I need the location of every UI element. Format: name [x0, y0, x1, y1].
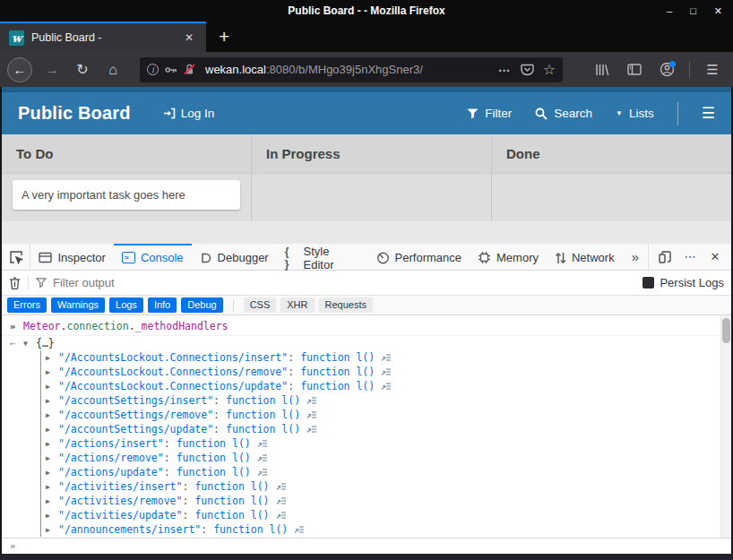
object-property-row[interactable]: ▶ "/actions/update" function l(): [41, 465, 720, 479]
scrollbar-thumb[interactable]: [722, 318, 730, 343]
jump-to-definition-icon[interactable]: [257, 453, 268, 462]
filter-warnings[interactable]: Warnings: [51, 297, 105, 313]
jump-to-definition-icon[interactable]: [276, 482, 287, 491]
list-header[interactable]: In Progress: [252, 134, 491, 174]
filter-css[interactable]: CSS: [244, 297, 277, 313]
jump-to-definition-icon[interactable]: [306, 396, 317, 405]
bookmark-star-icon[interactable]: ☆: [543, 61, 556, 78]
key-icon[interactable]: [165, 65, 177, 75]
account-icon[interactable]: [653, 57, 680, 82]
tab-debugger[interactable]: Debugger: [192, 244, 277, 270]
close-window-button[interactable]: ✕: [714, 0, 722, 22]
page-actions-icon[interactable]: ⋯: [498, 63, 512, 77]
clear-console-icon[interactable]: [9, 277, 21, 289]
object-property-row[interactable]: ▶ "/accountSettings/update" function l(): [41, 422, 720, 436]
jump-to-definition-icon[interactable]: [381, 367, 392, 376]
object-property-row[interactable]: ▶ "/accountSettings/remove" function l(): [41, 408, 720, 422]
back-button[interactable]: ←: [7, 57, 32, 82]
firefox-menu-icon[interactable]: ☰: [699, 57, 726, 82]
board-card[interactable]: A very important task goes here: [13, 180, 240, 210]
list-header[interactable]: Done: [492, 134, 731, 174]
object-property-row[interactable]: ▶ "/AccountsLockout.Connections/update" …: [41, 379, 720, 393]
filter-output-input[interactable]: [53, 276, 635, 289]
expand-triangle-icon[interactable]: ▶: [46, 397, 58, 405]
expand-triangle-icon[interactable]: ▶: [46, 526, 58, 534]
filter-errors[interactable]: Errors: [7, 297, 47, 313]
filter-info[interactable]: Info: [148, 297, 177, 313]
reload-button[interactable]: ↻: [68, 57, 97, 82]
jump-to-definition-icon[interactable]: [294, 525, 305, 534]
object-property-row[interactable]: ▶ "/activities/remove" function l(): [41, 494, 720, 508]
pick-element-icon[interactable]: [2, 244, 30, 270]
filter-logs[interactable]: Logs: [109, 297, 143, 313]
object-property-row[interactable]: ▶ "/AccountsLockout.Connections/insert" …: [41, 350, 720, 365]
object-property-row[interactable]: ▶ "/activities/update" function l(): [41, 508, 720, 522]
expand-triangle-icon[interactable]: ▶: [46, 454, 58, 462]
lists-dropdown[interactable]: ▼ Lists: [616, 107, 654, 120]
object-preview[interactable]: {…}: [36, 337, 55, 349]
filter-requests[interactable]: Requests: [319, 297, 373, 313]
devtools-close-icon[interactable]: ✕: [703, 244, 728, 270]
more-tabs-icon[interactable]: »: [623, 244, 648, 270]
forward-button[interactable]: →: [38, 57, 66, 82]
object-property-row[interactable]: ▶ "/actions/insert" function l(): [41, 436, 720, 451]
expand-triangle-icon[interactable]: ▶: [46, 426, 58, 434]
minimize-button[interactable]: –: [667, 0, 672, 22]
expand-triangle-icon[interactable]: ▶: [46, 440, 58, 448]
expand-triangle-icon[interactable]: ▶: [46, 368, 58, 376]
expand-triangle-icon[interactable]: ▶: [46, 497, 58, 505]
filter-button[interactable]: Filter: [467, 107, 512, 120]
jump-to-definition-icon[interactable]: [276, 511, 287, 520]
login-button[interactable]: Log In: [163, 107, 215, 120]
tab-memory[interactable]: Memory: [470, 244, 547, 270]
jump-to-definition-icon[interactable]: [257, 439, 268, 448]
persist-logs-toggle[interactable]: Persist Logs: [642, 276, 724, 289]
devtools-menu-icon[interactable]: ⋯: [677, 244, 703, 270]
expand-triangle-icon[interactable]: ▶: [46, 411, 58, 419]
sidebar-icon[interactable]: [621, 57, 648, 82]
browser-tab[interactable]: w Public Board - ✕: [0, 22, 206, 52]
tab-close-icon[interactable]: ✕: [181, 30, 197, 46]
wekan-menu-icon[interactable]: ☰: [702, 104, 720, 123]
console-result-row[interactable]: ← ▼ {…}: [2, 336, 720, 350]
expand-triangle-icon[interactable]: ▶: [46, 483, 58, 491]
responsive-mode-icon[interactable]: [652, 244, 677, 270]
jump-to-definition-icon[interactable]: [381, 353, 392, 362]
new-tab-button[interactable]: +: [206, 22, 242, 52]
list-header[interactable]: To Do: [2, 134, 251, 174]
persist-logs-checkbox[interactable]: [642, 277, 654, 289]
expand-triangle-icon[interactable]: ▶: [46, 383, 58, 391]
jump-to-definition-icon[interactable]: [257, 468, 268, 477]
object-property-row[interactable]: ▶ "/actions/remove" function l(): [41, 451, 720, 465]
object-property-row[interactable]: ▶ "/accountSettings/insert" function l(): [41, 393, 720, 408]
search-button[interactable]: Search: [535, 107, 592, 120]
collapse-triangle-icon[interactable]: ▼: [23, 340, 36, 348]
filter-xhr[interactable]: XHR: [280, 297, 314, 313]
tab-network[interactable]: Network: [547, 244, 623, 270]
expand-triangle-icon[interactable]: ▶: [46, 469, 58, 477]
tab-console[interactable]: > Console: [114, 244, 192, 270]
console-scrollbar[interactable]: [720, 315, 731, 538]
jump-to-definition-icon[interactable]: [306, 425, 317, 434]
pocket-icon[interactable]: [521, 64, 534, 76]
filter-debug[interactable]: Debug: [181, 297, 222, 313]
tab-inspector[interactable]: Inspector: [30, 244, 113, 270]
expand-triangle-icon[interactable]: ▶: [46, 512, 58, 520]
expand-triangle-icon[interactable]: ▶: [46, 354, 58, 362]
library-icon[interactable]: [589, 57, 616, 82]
maximize-button[interactable]: □: [690, 0, 696, 22]
jump-to-definition-icon[interactable]: [306, 410, 317, 419]
console-input-line[interactable]: »: [2, 538, 731, 554]
insecure-lock-icon[interactable]: [184, 64, 195, 75]
object-property-row[interactable]: ▶ "/activities/insert" function l(): [41, 479, 720, 494]
jump-to-definition-icon[interactable]: [276, 496, 287, 505]
object-property-row[interactable]: ▶ "/AccountsLockout.Connections/remove" …: [41, 365, 720, 379]
tab-style-editor[interactable]: { } Style Editor: [277, 244, 368, 270]
jump-to-definition-icon[interactable]: [381, 382, 392, 391]
object-property-row[interactable]: ▶ "/announcements/insert" function l(): [41, 522, 720, 537]
tab-performance[interactable]: Performance: [368, 244, 470, 270]
site-info-icon[interactable]: i: [147, 64, 159, 75]
url-text[interactable]: wekan.local:8080/b/MHgo39j5nXhgSner3/: [205, 63, 488, 76]
home-button[interactable]: ⌂: [99, 57, 127, 82]
url-bar[interactable]: i wekan.local:8080/b/MHgo39j5nXhgSner3/ …: [140, 57, 563, 82]
